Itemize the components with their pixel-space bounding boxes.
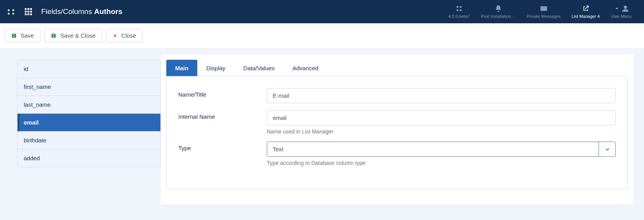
svg-rect-6 [25, 14, 27, 16]
topbar-item-label: Private Messages [527, 14, 560, 19]
topbar-joomla-version[interactable]: 4.0.0-beta7 [443, 0, 475, 23]
topbar-item-label: User Menu [611, 14, 632, 19]
save-icon [11, 33, 17, 38]
save-icon [51, 33, 56, 38]
svg-rect-0 [25, 8, 27, 10]
svg-point-13 [624, 6, 627, 9]
topbar-right: 4.0.0-beta7 Post Installation … Private … [443, 0, 637, 23]
field-type: Text Type according to Database column t… [267, 142, 616, 166]
save-button[interactable]: Save [5, 29, 40, 42]
page-title-prefix: Fields/Columns [41, 7, 94, 16]
tab-data-values[interactable]: Data/Values [234, 60, 284, 76]
tab-display[interactable]: Display [197, 60, 234, 76]
field-name-title [267, 88, 616, 103]
close-icon [113, 33, 117, 38]
sidebar-item-first-name[interactable]: first_name [17, 78, 160, 96]
chevron-down-icon [613, 5, 621, 12]
svg-rect-7 [28, 14, 30, 16]
row-type: Type Text Type according to Database col… [178, 142, 616, 166]
save-button-label: Save [21, 32, 34, 39]
form-area: Name/Title Internal Name Name used in Li… [166, 76, 628, 189]
help-internal-name: Name used in List Manager [267, 128, 616, 135]
tab-label: Display [206, 65, 225, 71]
main-area: id first_name last_name email birthdate … [0, 48, 644, 220]
save-close-button[interactable]: Save & Close [44, 29, 102, 42]
topbar-item-label: List Manager 4 [571, 14, 600, 19]
tab-label: Advanced [292, 65, 319, 71]
page-title-bold: Authors [94, 7, 122, 16]
joomla-icon [455, 5, 463, 12]
svg-point-10 [460, 6, 462, 8]
tabs: Main Display Data/Values Advanced [166, 60, 628, 76]
topbar-left: Fields/Columns Authors [7, 7, 122, 16]
apps-grid-icon[interactable] [24, 7, 33, 16]
field-internal-name: Name used in List Manager [267, 110, 616, 135]
sidebar-item-last-name[interactable]: last_name [17, 96, 160, 114]
row-internal-name: Internal Name Name used in List Manager [178, 110, 616, 135]
label-internal-name: Internal Name [178, 110, 267, 120]
svg-point-12 [460, 9, 462, 11]
sidebar-item-label: last_name [24, 101, 50, 108]
svg-point-11 [457, 9, 459, 11]
svg-rect-2 [30, 8, 32, 10]
topbar-private-messages[interactable]: Private Messages [521, 0, 566, 23]
sidebar-item-label: id [24, 66, 28, 72]
svg-point-9 [457, 6, 459, 8]
user-icon [621, 5, 629, 12]
sidebar-item-added[interactable]: added [17, 149, 160, 167]
row-name-title: Name/Title [178, 88, 616, 103]
fields-sidebar: id first_name last_name email birthdate … [17, 60, 161, 167]
sidebar-item-label: email [24, 119, 38, 126]
help-type: Type according to Database column type [267, 160, 616, 166]
label-type: Type [178, 142, 267, 151]
sidebar-item-label: first_name [24, 83, 51, 90]
tab-label: Main [175, 65, 188, 71]
tab-advanced[interactable]: Advanced [284, 60, 327, 76]
tab-main[interactable]: Main [166, 60, 197, 76]
sidebar-item-email[interactable]: email [17, 114, 160, 132]
close-button[interactable]: Close [106, 29, 143, 42]
label-name-title: Name/Title [178, 88, 267, 98]
tab-label: Data/Values [243, 65, 275, 71]
external-link-icon [582, 5, 590, 12]
topbar-item-label: Post Installation … [481, 14, 516, 19]
svg-rect-4 [28, 11, 30, 13]
sidebar-item-id[interactable]: id [17, 60, 160, 78]
topbar-user-menu[interactable]: User Menu [605, 0, 637, 23]
select-type[interactable]: Text [267, 142, 616, 157]
topbar-item-label: 4.0.0-beta7 [448, 14, 470, 19]
svg-rect-8 [30, 14, 32, 16]
page-title: Fields/Columns Authors [41, 7, 122, 16]
save-close-button-label: Save & Close [60, 32, 96, 39]
input-internal-name[interactable] [267, 110, 616, 125]
sidebar-item-label: added [24, 155, 40, 161]
topbar: Fields/Columns Authors 4.0.0-beta7 Post … [0, 0, 644, 23]
close-button-label: Close [121, 32, 136, 39]
svg-rect-3 [25, 11, 27, 13]
sidebar-item-label: birthdate [24, 137, 46, 144]
toolbar: Save Save & Close Close [0, 23, 644, 48]
envelope-icon [540, 5, 548, 12]
content-panel: Main Display Data/Values Advanced Name/T… [161, 54, 633, 204]
sidebar-item-birthdate[interactable]: birthdate [17, 132, 160, 149]
bell-icon [494, 5, 502, 12]
user-menu-icon-wrap [613, 5, 629, 12]
joomla-logo-icon[interactable] [7, 7, 16, 16]
svg-rect-1 [28, 8, 30, 10]
input-name-title[interactable] [267, 88, 616, 103]
topbar-list-manager[interactable]: List Manager 4 [566, 0, 605, 23]
select-wrap-type: Text [267, 142, 616, 157]
svg-rect-5 [30, 11, 32, 13]
topbar-post-installation[interactable]: Post Installation … [475, 0, 521, 23]
